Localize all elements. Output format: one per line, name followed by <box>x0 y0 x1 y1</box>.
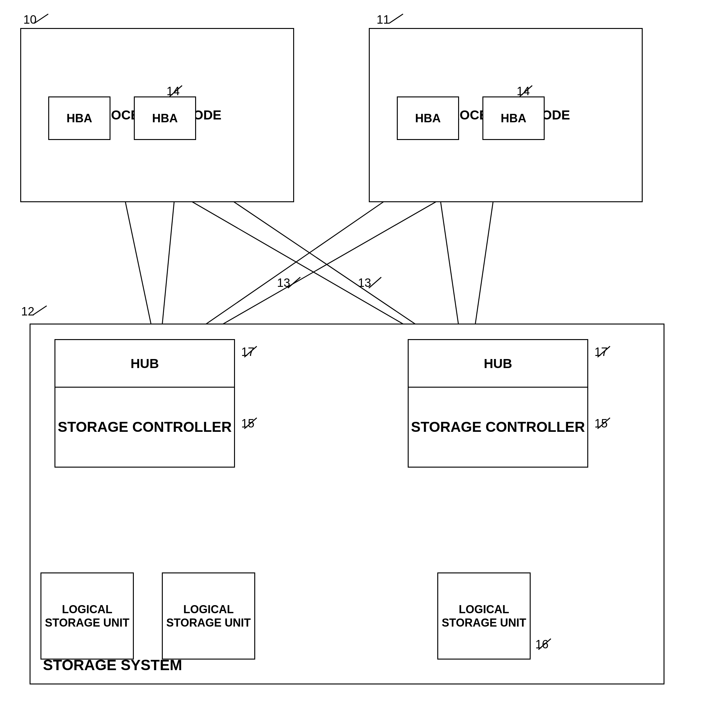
diagram: 10 11 PROCESSING NODE PROCESSING NODE HB… <box>0 0 704 728</box>
tick-13-left <box>285 276 302 290</box>
tick-13-right <box>366 276 383 290</box>
hba-right-1: HBA <box>397 97 459 140</box>
tick-12 <box>30 304 48 317</box>
svg-line-13 <box>170 85 182 97</box>
svg-line-21 <box>597 418 610 429</box>
hub-left: HUB <box>55 339 235 387</box>
hba-right-2: HBA <box>483 97 545 140</box>
hub-right: HUB <box>408 339 588 387</box>
storage-controller-right: STORAGE CONTROLLER <box>408 387 588 468</box>
hba-left-2: HBA <box>134 97 196 140</box>
lsu-left-1: LOGICAL STORAGE UNIT <box>40 572 134 660</box>
storage-controller-left: STORAGE CONTROLLER <box>55 387 235 468</box>
tick-17-left <box>241 345 258 359</box>
svg-line-16 <box>288 277 300 288</box>
svg-line-15 <box>33 306 47 315</box>
svg-line-14 <box>520 85 532 97</box>
tick-17-right <box>594 345 611 359</box>
tick-10 <box>31 13 50 25</box>
hba-left-1: HBA <box>48 97 110 140</box>
lsu-left-2: LOGICAL STORAGE UNIT <box>162 572 255 660</box>
svg-line-20 <box>597 346 610 357</box>
svg-line-18 <box>244 346 257 357</box>
svg-line-22 <box>538 639 551 650</box>
lsu-right: LOGICAL STORAGE UNIT <box>437 572 531 660</box>
svg-line-17 <box>369 277 381 288</box>
tick-16 <box>535 637 552 651</box>
tick-15-right <box>594 416 611 430</box>
tick-15-left <box>241 416 258 430</box>
tick-11 <box>386 13 405 25</box>
tick-14-left <box>166 84 184 98</box>
svg-line-12 <box>389 14 403 23</box>
svg-line-19 <box>244 418 257 429</box>
svg-line-11 <box>34 14 48 23</box>
tick-14-right <box>517 84 534 98</box>
